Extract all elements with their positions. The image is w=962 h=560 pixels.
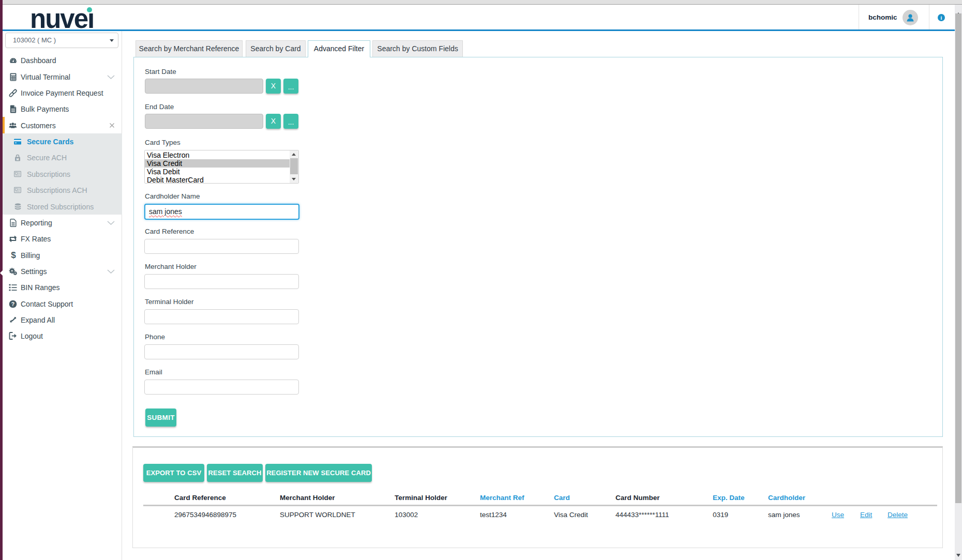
svg-text:i: i <box>941 15 942 21</box>
svg-text:M: M <box>17 157 19 160</box>
svg-text:?: ? <box>11 300 14 307</box>
